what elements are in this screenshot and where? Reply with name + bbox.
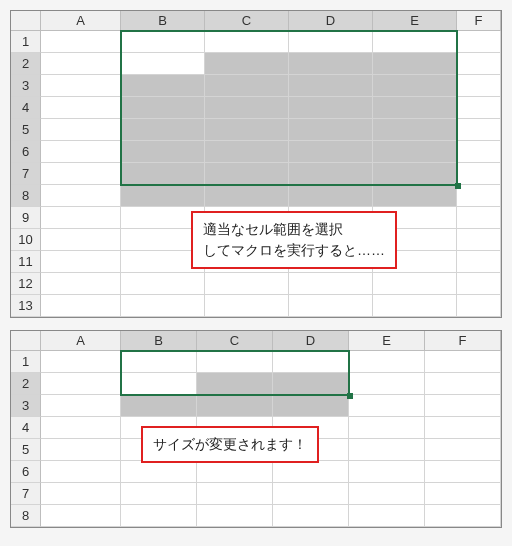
cell[interactable] [349,461,425,483]
cell[interactable] [41,75,121,97]
row-header-3[interactable]: 3 [11,395,41,417]
cell[interactable] [205,31,289,53]
cell[interactable] [121,483,197,505]
cell[interactable] [197,483,273,505]
cell[interactable] [205,163,289,185]
cell[interactable] [457,207,501,229]
cell[interactable] [349,373,425,395]
cell[interactable] [121,295,205,317]
col-header-F[interactable]: F [457,11,501,31]
cell[interactable] [349,505,425,527]
cell[interactable] [349,483,425,505]
cell-active[interactable] [121,53,205,75]
cell[interactable] [197,461,273,483]
cell[interactable] [41,251,121,273]
row-header-5[interactable]: 5 [11,119,41,141]
cell[interactable] [41,163,121,185]
cell[interactable] [425,395,501,417]
cell[interactable] [425,461,501,483]
cell[interactable] [349,439,425,461]
row-header-2[interactable]: 2 [11,53,41,75]
cell[interactable] [289,97,373,119]
col-header-B[interactable]: B [121,331,197,351]
cell[interactable] [457,273,501,295]
cell[interactable] [121,461,197,483]
cell[interactable] [457,119,501,141]
col-header-C[interactable]: C [205,11,289,31]
cell[interactable] [41,53,121,75]
cell[interactable] [205,97,289,119]
cell[interactable] [349,395,425,417]
cell[interactable] [205,273,289,295]
row-header-3[interactable]: 3 [11,75,41,97]
cell[interactable] [121,163,205,185]
cell[interactable] [121,185,205,207]
cell[interactable] [373,141,457,163]
row-header-4[interactable]: 4 [11,97,41,119]
row-header-7[interactable]: 7 [11,163,41,185]
cell[interactable] [373,119,457,141]
cell[interactable] [41,461,121,483]
cell[interactable] [121,351,197,373]
cell[interactable] [41,439,121,461]
col-header-E[interactable]: E [349,331,425,351]
cell[interactable] [425,505,501,527]
cell[interactable] [121,75,205,97]
row-header-6[interactable]: 6 [11,461,41,483]
cell[interactable] [41,273,121,295]
row-header-8[interactable]: 8 [11,505,41,527]
select-all-corner[interactable] [11,11,41,31]
cell[interactable] [121,395,197,417]
cell[interactable] [457,251,501,273]
col-header-D[interactable]: D [289,11,373,31]
cell[interactable] [273,461,349,483]
select-all-corner[interactable] [11,331,41,351]
cell[interactable] [373,185,457,207]
cell[interactable] [457,97,501,119]
cell[interactable] [425,483,501,505]
col-header-D[interactable]: D [273,331,349,351]
cell[interactable] [373,97,457,119]
cell[interactable] [457,31,501,53]
cell[interactable] [205,295,289,317]
cell[interactable] [41,295,121,317]
cell[interactable] [121,505,197,527]
cell[interactable] [41,229,121,251]
cell[interactable] [197,505,273,527]
cell[interactable] [425,351,501,373]
row-header-12[interactable]: 12 [11,273,41,295]
cell[interactable] [41,483,121,505]
cell[interactable] [197,395,273,417]
cell[interactable] [41,207,121,229]
cell[interactable] [289,119,373,141]
cell[interactable] [121,119,205,141]
cell[interactable] [41,505,121,527]
cell[interactable] [373,273,457,295]
row-header-5[interactable]: 5 [11,439,41,461]
cell[interactable] [205,141,289,163]
cell[interactable] [349,351,425,373]
cell[interactable] [41,395,121,417]
cell[interactable] [273,373,349,395]
row-header-7[interactable]: 7 [11,483,41,505]
cell[interactable] [373,53,457,75]
cell[interactable] [289,53,373,75]
col-header-A[interactable]: A [41,331,121,351]
cell[interactable] [121,97,205,119]
cell[interactable] [289,295,373,317]
row-header-13[interactable]: 13 [11,295,41,317]
cell[interactable] [457,229,501,251]
cell[interactable] [273,483,349,505]
cell[interactable] [289,185,373,207]
grid[interactable]: A B C D E F 1 2 3 4 5 6 7 8 9 10 11 [11,11,501,317]
col-header-B[interactable]: B [121,11,205,31]
cell[interactable] [205,119,289,141]
cell[interactable] [457,53,501,75]
cell[interactable] [425,373,501,395]
cell[interactable] [205,53,289,75]
cell[interactable] [289,75,373,97]
row-header-10[interactable]: 10 [11,229,41,251]
cell[interactable] [349,417,425,439]
row-header-1[interactable]: 1 [11,351,41,373]
cell[interactable] [425,417,501,439]
